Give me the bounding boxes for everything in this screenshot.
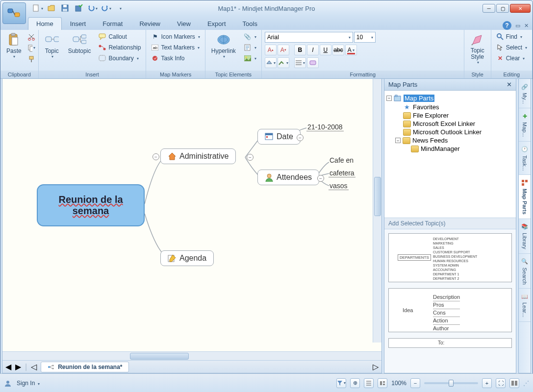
- boundary-button[interactable]: Boundary▾: [97, 53, 143, 63]
- sidetab-learning[interactable]: 📖Lear...: [519, 289, 531, 322]
- view-map-icon[interactable]: [378, 378, 387, 388]
- zoom-in-button[interactable]: +: [482, 378, 492, 388]
- sidetab-library[interactable]: 📚Library: [519, 219, 531, 254]
- sidetab-task[interactable]: 🕐Task...: [519, 142, 531, 175]
- nav-last-icon[interactable]: ▷: [373, 362, 379, 371]
- tree-mindmanager[interactable]: MindManager: [386, 145, 514, 153]
- icon-markers-button[interactable]: ⚑Icon Markers▾: [149, 32, 202, 42]
- undo-button[interactable]: ▾: [87, 2, 99, 14]
- preview-email[interactable]: To:: [388, 338, 512, 348]
- attendee-3[interactable]: vasos: [329, 182, 349, 190]
- expander-icon[interactable]: −: [395, 138, 401, 143]
- zoom-level[interactable]: 100%: [391, 380, 406, 387]
- attendee-2[interactable]: cafetera: [329, 169, 355, 177]
- line-color-button[interactable]: ▾: [278, 57, 289, 68]
- save-and-check-button[interactable]: [73, 2, 85, 14]
- tree-outlook-linker[interactable]: Microsoft Outlook Linker: [386, 128, 514, 136]
- toggle-attendees[interactable]: −: [317, 175, 324, 182]
- tree-excel-linker[interactable]: Microsoft Excel Linker: [386, 120, 514, 128]
- preview-idea[interactable]: Idea DescriptionProsConsActionAuthor: [388, 288, 512, 332]
- fit-icon[interactable]: ⊕: [350, 378, 360, 388]
- document-tab[interactable]: Reunion de la semana*: [41, 362, 128, 372]
- topic-attendees[interactable]: Attendees: [257, 170, 319, 185]
- toggle-admin[interactable]: −: [247, 154, 254, 161]
- zoom-out-button[interactable]: −: [410, 378, 420, 388]
- subtopic-button[interactable]: Subtopic: [65, 32, 94, 55]
- central-topic[interactable]: Reunion de la semana: [37, 184, 145, 226]
- relationship-button[interactable]: Relationship: [97, 43, 143, 52]
- task-info-button[interactable]: Task Info: [149, 53, 202, 63]
- close-button[interactable]: ✕: [510, 4, 531, 13]
- topic-style-button[interactable]: Topic Style▾: [467, 32, 488, 66]
- filter-icon[interactable]: ▾: [336, 378, 346, 388]
- mindmap-canvas[interactable]: Reunion de la semana − Administrative − …: [2, 79, 381, 351]
- sidetab-my[interactable]: 🔗My...: [519, 79, 531, 108]
- tree-favorites[interactable]: ★Favorites: [386, 102, 514, 111]
- clear-button[interactable]: ✕Clear▾: [494, 53, 529, 63]
- save-button[interactable]: [59, 2, 71, 14]
- tab-review[interactable]: Review: [131, 17, 169, 30]
- fit-window-icon[interactable]: ⛶: [496, 378, 506, 388]
- zoom-slider[interactable]: [424, 382, 478, 384]
- format-topic-button[interactable]: [307, 57, 319, 68]
- nav-back-icon[interactable]: ◀: [5, 362, 11, 371]
- qat-customize[interactable]: ▾: [114, 2, 126, 14]
- resize-grip[interactable]: ⋰: [523, 380, 529, 387]
- copy-icon[interactable]: ▾: [27, 44, 35, 52]
- topic-button[interactable]: Topic▾: [42, 32, 62, 60]
- tab-view[interactable]: View: [169, 17, 199, 30]
- minimize-ribbon-icon[interactable]: ▭: [515, 23, 520, 29]
- tree-news-feeds[interactable]: −News Feeds: [386, 136, 514, 145]
- nav-forward-icon[interactable]: ▶: [15, 362, 21, 371]
- fill-color-button[interactable]: ▾: [265, 57, 277, 68]
- grow-font-button[interactable]: A▴: [265, 45, 277, 55]
- sidetab-search[interactable]: 🔍Search: [519, 254, 531, 289]
- minimize-button[interactable]: ─: [482, 4, 495, 13]
- shrink-font-button[interactable]: A▾: [278, 45, 289, 55]
- nav-first-icon[interactable]: ◁: [31, 362, 37, 371]
- preview-departments[interactable]: DEPARTMENTS DEVELOPMENTMARKETINGSALESCUS…: [388, 233, 512, 282]
- panel-close-icon[interactable]: ✕: [507, 81, 512, 88]
- tree-root[interactable]: − Map Parts: [386, 94, 514, 102]
- format-painter-icon[interactable]: [27, 55, 35, 63]
- italic-button[interactable]: I: [307, 45, 319, 55]
- image-icon[interactable]: ▾: [242, 53, 258, 63]
- vertical-scrollbar[interactable]: [373, 79, 381, 343]
- callout-button[interactable]: Callout: [97, 32, 143, 42]
- toggle-date[interactable]: −: [297, 134, 304, 141]
- split-view-icon[interactable]: [509, 378, 519, 388]
- new-button[interactable]: ▾: [32, 2, 44, 14]
- app-menu-button[interactable]: [2, 2, 26, 24]
- strikethrough-button[interactable]: abc: [332, 45, 344, 55]
- hyperlink-button[interactable]: Hyperlink▾: [208, 32, 239, 60]
- attendee-1[interactable]: Cafe en: [329, 156, 355, 164]
- tab-format[interactable]: Format: [94, 17, 131, 30]
- date-value[interactable]: 21-10-2008: [306, 123, 344, 131]
- sidetab-map[interactable]: ✚Map...: [519, 108, 531, 142]
- select-button[interactable]: Select▾: [494, 43, 529, 52]
- expander-icon[interactable]: −: [386, 96, 392, 101]
- tree-file-explorer[interactable]: File Explorer: [386, 111, 514, 120]
- sign-in-link[interactable]: Sign In ▾: [17, 380, 40, 387]
- preview-list[interactable]: DEPARTMENTS DEVELOPMENTMARKETINGSALESCUS…: [384, 229, 516, 373]
- redo-button[interactable]: ▾: [101, 2, 112, 14]
- toggle-central[interactable]: −: [152, 153, 159, 160]
- topic-administrative[interactable]: Administrative: [160, 148, 236, 164]
- topic-agenda[interactable]: Agenda: [160, 250, 214, 266]
- tab-home[interactable]: Home: [28, 17, 62, 30]
- horizontal-scrollbar[interactable]: [2, 351, 381, 360]
- bold-button[interactable]: B: [294, 45, 306, 55]
- tab-export[interactable]: Export: [199, 17, 234, 30]
- font-color-button[interactable]: A▾: [345, 45, 357, 55]
- view-outline-icon[interactable]: [364, 378, 374, 388]
- text-markers-button[interactable]: abText Markers▾: [149, 43, 202, 52]
- tab-insert[interactable]: Insert: [62, 17, 95, 30]
- attachment-icon[interactable]: 📎▾: [242, 32, 258, 42]
- tab-tools[interactable]: Tools: [234, 17, 266, 30]
- topic-date[interactable]: Date: [257, 129, 301, 145]
- font-family-combo[interactable]: Arial▾: [265, 32, 353, 43]
- maximize-button[interactable]: ▢: [496, 4, 509, 13]
- font-size-combo[interactable]: 10▾: [354, 32, 376, 43]
- find-button[interactable]: Find▾: [494, 32, 529, 42]
- close-ribbon-icon[interactable]: ✕: [524, 23, 529, 29]
